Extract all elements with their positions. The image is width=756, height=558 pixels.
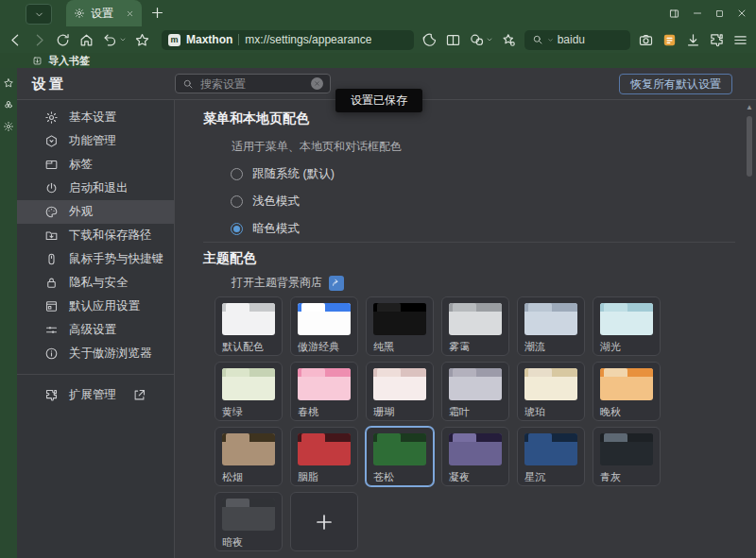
undo-group[interactable] <box>102 32 127 48</box>
settings-search-input[interactable] <box>198 76 306 92</box>
side-panel-icon[interactable] <box>668 8 680 20</box>
theme-card[interactable]: 黄绿 <box>215 362 283 421</box>
address-bar[interactable]: m Maxthon mx://settings/appearance <box>162 30 414 50</box>
settings-main: 菜单和本地页配色 适用于菜单、本地页和对话框配色 跟随系统 (默认)浅色模式暗色… <box>176 100 756 558</box>
sidebar-item-privacy[interactable]: 隐私与安全 <box>17 271 174 295</box>
theme-card[interactable]: 星沉 <box>517 427 585 486</box>
lock-icon <box>44 276 59 290</box>
download-icon[interactable] <box>685 32 701 48</box>
theme-card[interactable]: 松烟 <box>215 427 283 486</box>
settings-page: 设置 恢复所有默认设置 基本设置功能管理标签启动和退出外观下载和保存路径鼠标手势… <box>17 68 756 558</box>
favorites-star-icon[interactable] <box>3 77 14 89</box>
theme-card[interactable]: 春桃 <box>290 362 358 421</box>
back-icon[interactable] <box>8 32 24 48</box>
radio-unselected-icon[interactable] <box>231 195 243 208</box>
theme-card[interactable]: 雾霭 <box>441 296 509 356</box>
forward-icon[interactable] <box>31 32 47 48</box>
theme-card[interactable]: 珊瑚 <box>366 362 434 421</box>
extensions-puzzle-icon[interactable] <box>709 32 725 48</box>
sidebar-item-appearance[interactable]: 外观 <box>17 200 174 224</box>
sidebar-item-startup[interactable]: 启动和退出 <box>17 177 174 200</box>
import-bookmarks-button[interactable]: 导入书签 <box>48 54 90 68</box>
restore-defaults-button[interactable]: 恢复所有默认设置 <box>619 74 732 94</box>
close-icon[interactable] <box>736 8 747 19</box>
sidebar-item-tabs[interactable]: 标签 <box>17 153 174 177</box>
theme-card[interactable]: 湖光 <box>593 296 661 356</box>
tab-list-button[interactable] <box>26 4 52 25</box>
sidebar-item-gestures[interactable]: 鼠标手势与快捷键 <box>17 247 174 271</box>
theme-card[interactable]: 傲游经典 <box>290 296 358 356</box>
section-title-themes: 主题配色 <box>203 250 256 267</box>
sidebar-item-label: 外观 <box>69 204 93 220</box>
add-theme-button[interactable] <box>290 492 358 551</box>
screenshot-camera-icon[interactable] <box>638 32 654 48</box>
menu-icon[interactable] <box>732 32 748 48</box>
share-caret-icon[interactable] <box>486 36 493 43</box>
settings-search[interactable] <box>175 74 331 93</box>
sidebar-item-features[interactable]: 功能管理 <box>17 129 174 153</box>
scrollbar[interactable]: ▲ <box>745 103 754 555</box>
theme-card[interactable]: 胭脂 <box>290 427 358 486</box>
scrollbar-thumb[interactable] <box>747 116 752 177</box>
color-mode-option[interactable]: 浅色模式 <box>231 188 335 215</box>
theme-card[interactable]: 晚秋 <box>593 362 661 421</box>
sidebar-item-default-apps[interactable]: 默认应用设置 <box>17 295 174 318</box>
radio-selected-icon[interactable] <box>231 223 243 235</box>
tab-settings[interactable]: 设置 <box>66 0 142 26</box>
maximize-icon[interactable] <box>714 8 725 19</box>
theme-card[interactable]: 凝夜 <box>441 427 509 486</box>
sidebar-item-label: 标签 <box>69 157 93 173</box>
maxthon-logo: m <box>168 34 180 46</box>
color-mode-option[interactable]: 暗色模式 <box>231 215 335 243</box>
theme-store-link[interactable]: 打开主题背景商店 <box>232 275 322 291</box>
search-engine-caret-icon[interactable] <box>547 37 554 43</box>
theme-name: 纯黑 <box>373 340 394 354</box>
theme-swatch <box>298 368 351 400</box>
theme-card[interactable]: 默认配色 <box>215 296 283 356</box>
split-screen-icon[interactable] <box>445 32 461 48</box>
theme-swatch <box>222 303 275 335</box>
sidebar-item-advanced[interactable]: 高级设置 <box>17 318 174 342</box>
scrollbar-up-arrow[interactable]: ▲ <box>745 103 754 112</box>
color-mode-option[interactable]: 跟随系统 (默认) <box>231 161 335 188</box>
share-group[interactable] <box>469 32 493 48</box>
reader-mode-icon[interactable] <box>421 32 438 48</box>
theme-card[interactable]: 潮流 <box>517 296 585 356</box>
sidebar-item-basic[interactable]: 基本设置 <box>17 106 174 129</box>
radio-unselected-icon[interactable] <box>231 168 243 180</box>
window-controls <box>668 0 747 26</box>
theme-card[interactable]: 苍松 <box>366 427 434 486</box>
brand-label: Maxthon <box>186 33 232 46</box>
minimize-icon[interactable] <box>692 8 703 19</box>
reload-icon[interactable] <box>55 32 71 48</box>
gear-icon <box>44 110 59 125</box>
favorites-manager-icon[interactable] <box>501 32 517 48</box>
sidebar-item-label: 高级设置 <box>69 322 116 338</box>
favorite-star-icon[interactable] <box>134 32 150 48</box>
sidebar-item-extensions[interactable]: 扩展管理 <box>17 383 174 407</box>
theme-name: 松烟 <box>222 470 243 484</box>
theme-store-icon[interactable] <box>329 276 344 291</box>
share-icon[interactable] <box>469 32 485 48</box>
sidebar-item-about[interactable]: 关于傲游浏览器 <box>17 342 174 365</box>
new-tab-button[interactable] <box>149 5 165 21</box>
maxnote-icon[interactable] <box>662 32 678 48</box>
theme-card[interactable]: 纯黑 <box>366 296 434 356</box>
power-icon <box>44 181 59 195</box>
theme-name: 暗夜 <box>222 535 243 550</box>
theme-card[interactable]: 琥珀 <box>517 362 585 421</box>
clear-search-icon[interactable] <box>311 77 323 90</box>
maxnote-flower-icon[interactable] <box>3 99 14 110</box>
theme-card[interactable]: 暗夜 <box>215 492 283 551</box>
theme-name: 晚秋 <box>600 405 621 419</box>
settings-gear-icon[interactable] <box>3 121 14 132</box>
sidebar-item-downloads[interactable]: 下载和保存路径 <box>17 224 174 247</box>
theme-name: 春桃 <box>298 405 318 419</box>
undo-icon[interactable] <box>102 32 118 48</box>
home-icon[interactable] <box>78 32 94 48</box>
tab-close-icon[interactable] <box>126 9 134 18</box>
undo-caret-icon[interactable] <box>119 36 127 43</box>
toolbar-search[interactable]: baidu <box>524 30 630 50</box>
theme-card[interactable]: 霜叶 <box>441 362 509 421</box>
theme-card[interactable]: 青灰 <box>593 427 661 486</box>
